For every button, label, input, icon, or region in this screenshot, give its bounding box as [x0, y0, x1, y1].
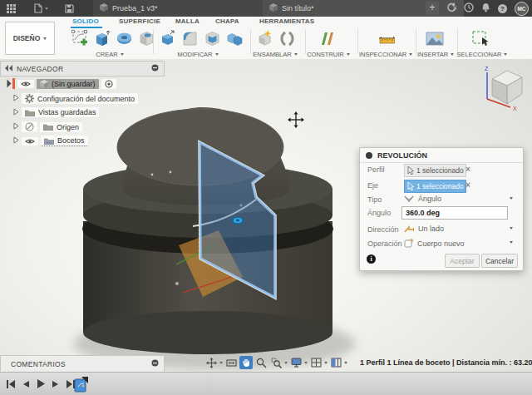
history-clock-icon[interactable] [464, 1, 474, 16]
tree-row-sketches[interactable]: Bocetos [13, 136, 88, 146]
tree-row-named-views[interactable]: Vistas guardadas [13, 107, 99, 117]
visibility-off-icon[interactable] [22, 121, 37, 132]
operation-dropdown[interactable]: Cuerpo nuevo [404, 239, 465, 248]
shell-icon[interactable] [203, 29, 221, 47]
dialog-drag-handle-icon[interactable] [366, 152, 372, 159]
dropdown-caret-icon[interactable] [510, 241, 513, 244]
clear-selection-icon[interactable]: × [466, 180, 470, 190]
clear-selection-icon[interactable]: × [466, 165, 470, 174]
document-tab-prueba[interactable]: Prueba_1 v3* × [93, 0, 274, 17]
workspace-selector-button[interactable]: DISEÑO [5, 22, 55, 55]
tree-row-origin[interactable]: Origen [13, 121, 82, 132]
user-avatar[interactable]: MC [515, 2, 529, 16]
field-label-perfil: Perfil [367, 165, 385, 174]
group-label-construir[interactable]: CONSTRUIR [303, 51, 353, 58]
dialog-title: REVOLUCIÓN [377, 151, 427, 160]
ribbon-tab-chapa[interactable]: CHAPA [215, 17, 239, 25]
extrude-icon[interactable] [92, 29, 111, 47]
create-sketch-icon[interactable] [70, 29, 88, 47]
document-root-item[interactable]: (Sin guardar) [37, 79, 99, 89]
step-forward-button[interactable] [52, 378, 60, 393]
go-to-start-button[interactable] [6, 378, 16, 393]
viewports-button[interactable] [329, 356, 342, 369]
dropdown-caret-icon[interactable] [510, 227, 513, 230]
activate-component-radio[interactable] [101, 79, 116, 89]
tree-row-document-root[interactable]: (Sin guardar) [4, 78, 116, 89]
angle-value-input[interactable] [401, 206, 508, 220]
comments-title: COMENTARIOS [11, 360, 66, 368]
save-icon[interactable] [65, 4, 74, 13]
grid-options-caret-icon[interactable] [324, 362, 328, 364]
viewports-options-caret-icon[interactable] [344, 362, 347, 364]
profile-selection-chip[interactable]: 1 seleccionado [404, 164, 466, 177]
expand-arrow-icon[interactable] [13, 136, 19, 146]
fillet-icon[interactable] [180, 29, 199, 47]
pan-tool-button[interactable] [204, 356, 218, 369]
visibility-eye-icon[interactable] [17, 80, 34, 88]
ribbon-tab-herramientas[interactable]: HERRAMIENTAS [259, 17, 314, 25]
zoom-options-caret-icon[interactable] [284, 362, 288, 364]
step-back-button[interactable] [22, 378, 30, 393]
group-label-insertar[interactable]: INSERTAR [411, 51, 461, 58]
viewport-3d[interactable]: Z X NAVEGADOR (Sin guardar) Configuració… [0, 59, 532, 372]
panel-menu-icon[interactable] [151, 64, 159, 73]
collapse-panel-icon[interactable] [5, 65, 12, 73]
expand-arrow-icon[interactable] [13, 94, 19, 103]
expand-arrow-icon[interactable] [13, 108, 19, 117]
new-tab-button[interactable]: + [426, 2, 439, 15]
revolve-icon[interactable] [115, 29, 133, 47]
joint-icon[interactable] [278, 29, 296, 47]
notifications-bell-icon[interactable] [481, 1, 490, 16]
construction-plane-icon[interactable] [318, 29, 337, 47]
ribbon-tab-superficie[interactable]: SUPERFICIE [119, 17, 160, 25]
select-icon[interactable] [471, 29, 490, 47]
group-label-modificar[interactable]: MODIFICAR [158, 51, 238, 58]
panel-menu-icon[interactable] [151, 359, 159, 368]
navigator-header[interactable]: NAVEGADOR [0, 61, 165, 77]
visibility-eye-icon[interactable] [22, 137, 38, 146]
grid-settings-button[interactable] [309, 356, 323, 369]
pan-options-caret-icon[interactable] [219, 362, 223, 364]
group-label-inspeccionar[interactable]: INSPECCIONAR [356, 51, 416, 58]
fit-view-button[interactable] [224, 356, 238, 369]
insert-image-icon[interactable] [426, 29, 444, 47]
sketch-point-marker[interactable] [233, 217, 243, 224]
axis-selection-chip[interactable]: 1 seleccionado [404, 180, 466, 193]
field-label-eje: Eje [367, 181, 378, 190]
orbit-hand-button[interactable] [239, 356, 253, 369]
group-label-crear[interactable]: CREAR [70, 51, 150, 58]
expand-arrow-icon[interactable] [13, 122, 19, 131]
app-grid-icon[interactable] [7, 4, 16, 13]
press-pull-icon[interactable] [158, 29, 176, 47]
selection-status-text: 1 Perfil 1 Línea de boceto | Distancia m… [360, 358, 532, 367]
sketch-feature-marker[interactable] [74, 375, 87, 392]
display-options-caret-icon[interactable] [304, 362, 308, 364]
play-button[interactable] [36, 378, 46, 393]
direction-dropdown[interactable]: Un lado [404, 225, 444, 233]
expand-collapse-icon[interactable] [3, 80, 12, 88]
measure-icon[interactable] [377, 29, 395, 47]
viewcube[interactable]: Z X [479, 66, 530, 117]
group-label-ensamblar[interactable]: ENSAMBLAR [245, 51, 305, 58]
ribbon-tab-malla[interactable]: MALLA [175, 17, 200, 25]
display-settings-button[interactable] [289, 356, 303, 369]
accept-button[interactable]: Aceptar [445, 254, 480, 268]
zoom-tool-button[interactable] [254, 356, 268, 369]
type-dropdown[interactable]: Ángulo [404, 195, 441, 203]
document-cube-icon [269, 3, 278, 13]
help-icon[interactable]: ? [498, 4, 507, 13]
info-icon[interactable]: i [367, 254, 376, 264]
new-component-icon[interactable] [255, 29, 273, 47]
tree-row-doc-settings[interactable]: Configuración del documento [13, 93, 138, 104]
job-status-icon[interactable] [446, 1, 456, 16]
combine-icon[interactable] [225, 29, 244, 47]
ribbon-tab-solido[interactable]: SOLIDO [72, 17, 99, 25]
cancel-button[interactable]: Cancelar [481, 254, 518, 268]
file-menu-icon[interactable] [34, 3, 48, 13]
comments-bar[interactable]: COMENTARIOS [0, 355, 165, 373]
zoom-window-button[interactable] [269, 356, 283, 369]
move-cursor-icon [288, 111, 304, 128]
group-label-seleccionar[interactable]: SELECCIONAR [456, 51, 509, 58]
dialog-titlebar[interactable]: REVOLUCIÓN [360, 148, 523, 163]
dropdown-caret-icon[interactable] [510, 197, 513, 200]
